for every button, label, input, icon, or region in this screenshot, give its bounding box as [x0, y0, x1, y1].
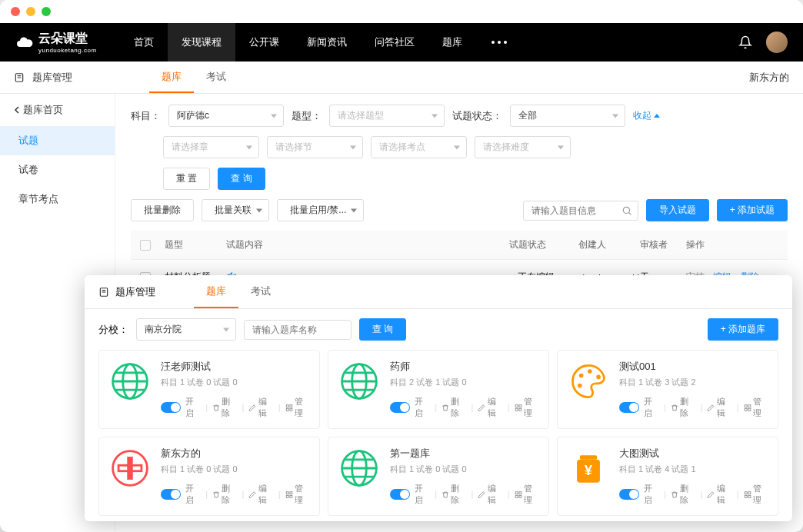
maximize-dot[interactable]	[42, 7, 51, 16]
open-label: 开启	[415, 396, 430, 419]
card-title: 药师	[390, 360, 539, 374]
svg-rect-8	[286, 404, 288, 407]
edit-action[interactable]: 编辑	[248, 396, 273, 419]
manage-action[interactable]: 管理	[515, 396, 539, 419]
collapse-link[interactable]: 收起	[633, 109, 660, 122]
overlay-tab-exam[interactable]: 考试	[238, 275, 283, 308]
type-select[interactable]: 请选择题型	[329, 105, 445, 127]
nav-home[interactable]: 首页	[120, 23, 168, 62]
overlay-filter: 分校： 南京分院 查 询 + 添加题库	[85, 309, 792, 350]
delete-action[interactable]: 删除	[441, 483, 466, 506]
select-all-checkbox[interactable]	[140, 240, 151, 251]
kp-select[interactable]: 请选择考点	[371, 136, 467, 158]
filter-row-1: 科目： 阿萨德c 题型： 请选择题型 试题状态： 全部 收起	[131, 105, 788, 127]
grid-icon	[515, 490, 522, 499]
overlay-tab-bank[interactable]: 题库	[194, 275, 238, 308]
svg-rect-20	[286, 491, 288, 494]
open-toggle[interactable]	[390, 402, 410, 413]
manage-action[interactable]: 管理	[515, 483, 539, 506]
search-icon[interactable]	[621, 205, 632, 216]
nav-discover[interactable]: 发现课程	[168, 23, 235, 62]
svg-rect-15	[519, 408, 521, 411]
delete-action[interactable]: 删除	[212, 396, 237, 419]
svg-rect-21	[290, 491, 292, 494]
nav-public[interactable]: 公开课	[235, 23, 293, 62]
svg-point-3	[623, 207, 629, 213]
filter-row-3: 重 置 查 询	[131, 168, 788, 190]
bank-card: 大图测试 科目 1 试卷 4 试题 1 开启 | 删除 | 编辑 | 管理	[557, 437, 778, 516]
filter-row-2: 请选择章 请选择节 请选择考点 请选择难度	[131, 136, 788, 158]
svg-rect-30	[745, 495, 747, 497]
svg-rect-19	[748, 408, 751, 411]
reset-button[interactable]: 重 置	[163, 168, 210, 190]
delete-action[interactable]: 删除	[441, 396, 466, 419]
grid-icon	[285, 404, 293, 412]
bank-card: 测试001 科目 1 试卷 3 试题 2 开启 | 删除 | 编辑 | 管理	[557, 350, 778, 429]
edit-action[interactable]: 编辑	[707, 483, 731, 506]
sidebar-back[interactable]: 题库首页	[0, 94, 115, 126]
nav-qa[interactable]: 问答社区	[361, 23, 428, 62]
th-creator: 创建人	[578, 238, 640, 251]
open-label: 开启	[185, 483, 201, 506]
th-content: 试题内容	[226, 238, 509, 251]
open-toggle[interactable]	[619, 402, 639, 413]
delete-action[interactable]: 删除	[671, 483, 695, 506]
batch-relate-button[interactable]: 批量关联	[202, 199, 269, 221]
svg-rect-14	[515, 408, 518, 411]
edit-action[interactable]: 编辑	[478, 396, 502, 419]
open-toggle[interactable]	[619, 489, 639, 500]
subject-select[interactable]: 阿萨德c	[168, 105, 284, 127]
import-button[interactable]: 导入试题	[646, 199, 709, 221]
sidebar-questions[interactable]: 试题	[0, 126, 115, 155]
close-dot[interactable]	[11, 7, 20, 16]
bell-icon[interactable]	[738, 35, 752, 49]
school-select[interactable]: 南京分院	[136, 318, 236, 341]
nav-news[interactable]: 新闻资讯	[293, 23, 361, 62]
status-select[interactable]: 全部	[510, 105, 625, 127]
manage-action[interactable]: 管理	[744, 483, 768, 506]
subject-label: 科目：	[131, 109, 161, 123]
difficulty-select[interactable]: 请选择难度	[475, 136, 571, 158]
edit-icon	[478, 490, 485, 499]
card-body: 大图测试 科目 1 试卷 4 试题 1 开启 | 删除 | 编辑 | 管理	[619, 447, 768, 506]
open-toggle[interactable]	[390, 489, 410, 500]
manage-action[interactable]: 管理	[285, 396, 310, 419]
edit-action[interactable]: 编辑	[707, 396, 731, 419]
card-icon	[338, 447, 381, 490]
tab-exam[interactable]: 考试	[194, 62, 238, 93]
delete-action[interactable]: 删除	[671, 396, 695, 419]
subheader: 题库管理 题库 考试 新东方的	[0, 62, 803, 94]
chapter-select[interactable]: 请选择章	[163, 136, 259, 158]
edit-icon	[248, 404, 256, 412]
delete-action[interactable]: 删除	[212, 483, 237, 506]
nav-more[interactable]	[476, 23, 522, 62]
query-button[interactable]: 查 询	[218, 168, 265, 190]
overlay-query-button[interactable]: 查 询	[359, 318, 406, 341]
svg-rect-11	[290, 408, 292, 411]
manage-action[interactable]: 管理	[285, 483, 310, 506]
sidebar-papers[interactable]: 试卷	[0, 155, 115, 185]
open-toggle[interactable]	[161, 402, 181, 413]
batch-delete-button[interactable]: 批量删除	[131, 199, 194, 221]
nav-bank[interactable]: 题库	[428, 23, 476, 62]
batch-toggle-button[interactable]: 批量启用/禁...	[277, 199, 364, 221]
add-question-button[interactable]: + 添加试题	[717, 199, 788, 221]
avatar[interactable]	[766, 32, 788, 53]
tab-bank[interactable]: 题库	[149, 62, 194, 93]
bank-name-input[interactable]	[244, 320, 352, 340]
section-select[interactable]: 请选择节	[267, 136, 363, 158]
open-toggle[interactable]	[161, 489, 181, 500]
table-header: 题型 试题内容 试题状态 创建人 审核者 操作	[131, 231, 788, 260]
card-body: 新东方的 科目 1 试卷 0 试题 0 开启 | 删除 | 编辑 | 管理	[161, 447, 310, 506]
top-nav: 云朵课堂 yunduoketang.com 首页 发现课程 公开课 新闻资讯 问…	[0, 23, 803, 62]
svg-rect-23	[290, 495, 292, 497]
minimize-dot[interactable]	[26, 7, 35, 16]
logo[interactable]: 云朵课堂 yunduoketang.com	[15, 31, 97, 54]
trash-icon	[441, 404, 449, 412]
edit-action[interactable]: 编辑	[478, 483, 502, 506]
manage-action[interactable]: 管理	[744, 396, 768, 419]
sidebar-chapters[interactable]: 章节考点	[0, 185, 115, 214]
globe-icon	[338, 360, 381, 403]
add-bank-button[interactable]: + 添加题库	[708, 318, 778, 341]
edit-action[interactable]: 编辑	[248, 483, 273, 506]
